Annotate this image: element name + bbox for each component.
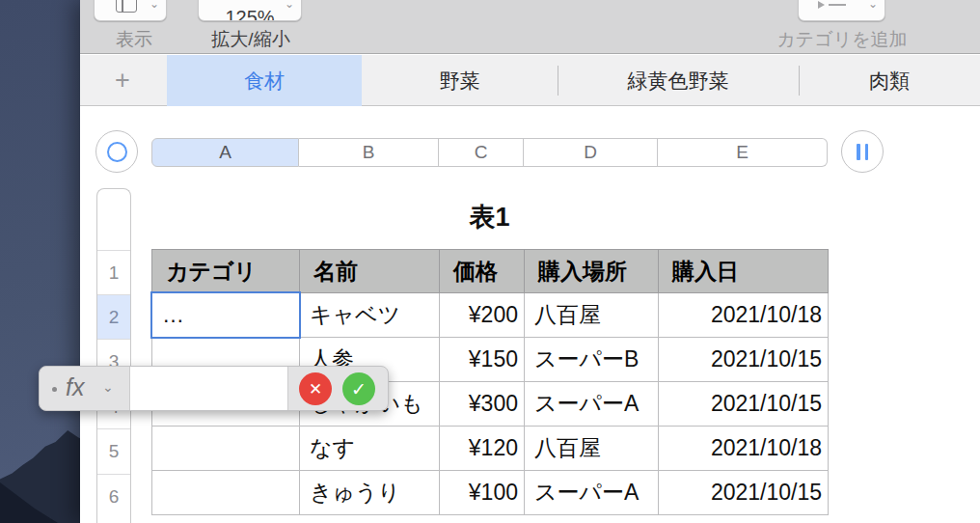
tab-nikurui[interactable]: 肉類 — [799, 55, 980, 106]
fx-icon: fx — [66, 373, 84, 401]
formula-editor: fx ⌄ ✕ ✓ — [39, 366, 389, 411]
chevron-down-icon[interactable]: ⌄ — [102, 379, 114, 395]
zoom-value: 125% — [225, 7, 274, 21]
table-cell[interactable]: ¥300 — [440, 382, 525, 427]
header-cell-category[interactable]: カテゴリ — [152, 250, 300, 293]
table-cell[interactable]: スーパーA — [525, 471, 659, 515]
drag-handle-dot-icon[interactable] — [52, 387, 57, 392]
table-cell[interactable]: スーパーA — [525, 382, 659, 427]
tab-yasai[interactable]: 野菜 — [362, 55, 558, 106]
view-icon — [116, 0, 137, 13]
column-header-a[interactable]: A — [151, 138, 299, 167]
table-cell[interactable]: 八百屋 — [525, 293, 659, 338]
tab-ryokuoushoku-yasai[interactable]: 緑黄色野菜 — [558, 55, 799, 106]
add-category-button[interactable]: ⌄ — [798, 0, 885, 21]
chevron-down-icon: ⌄ — [868, 0, 878, 10]
cancel-button[interactable]: ✕ — [299, 372, 332, 405]
formula-input[interactable] — [129, 367, 288, 410]
sheet-canvas: A B C D E 1 2 3 4 5 6 表1 — [80, 106, 980, 523]
header-cell-place[interactable]: 購入場所 — [525, 250, 659, 293]
category-list-icon — [818, 0, 847, 9]
close-icon: ✕ — [309, 379, 322, 399]
pause-bars-icon — [857, 144, 860, 160]
table-cell[interactable]: ¥120 — [440, 427, 525, 471]
header-cell-price[interactable]: 価格 — [440, 250, 525, 293]
table-cell[interactable]: 2021/10/15 — [659, 382, 829, 427]
chevron-down-icon: ⌄ — [150, 0, 159, 10]
add-sheet-button[interactable]: + — [107, 55, 138, 106]
table-cell[interactable]: ¥150 — [440, 338, 525, 382]
header-cell-date[interactable]: 購入日 — [659, 250, 829, 293]
check-icon: ✓ — [351, 378, 367, 400]
zoom-button[interactable]: 125% ⌄ — [198, 0, 302, 21]
table-cell[interactable] — [152, 471, 300, 515]
cell-a2-editing[interactable]: … — [152, 293, 300, 338]
sheet-tab-bar: + 食材 野菜 緑黄色野菜 肉類 — [80, 55, 980, 106]
table-cell[interactable] — [152, 427, 300, 471]
table-select-handle[interactable] — [95, 130, 138, 173]
accept-button[interactable]: ✓ — [342, 372, 375, 405]
table-cell[interactable]: スーパーB — [525, 338, 659, 382]
table-header-row: カテゴリ 名前 価格 購入場所 購入日 — [152, 250, 829, 293]
tab-shokuzai[interactable]: 食材 — [167, 55, 362, 106]
chevron-down-icon: ⌄ — [285, 0, 294, 10]
row-number-2[interactable]: 2 — [97, 294, 130, 339]
zoom-button-label: 拡大/縮小 — [194, 27, 308, 52]
row-number-5[interactable]: 5 — [97, 428, 130, 474]
column-header-c[interactable]: C — [439, 138, 524, 167]
column-header-b[interactable]: B — [299, 138, 439, 167]
table-cell[interactable]: 2021/10/15 — [659, 338, 829, 382]
table-cell[interactable]: 2021/10/18 — [659, 293, 829, 338]
table-cell[interactable]: なす — [300, 427, 440, 471]
table-cell[interactable]: ¥200 — [440, 293, 525, 338]
add-category-label: カテゴリを追加 — [755, 27, 929, 52]
circle-icon — [107, 142, 127, 162]
table-row: きゅうり ¥100 スーパーA 2021/10/15 — [152, 471, 829, 515]
table-cell[interactable]: 2021/10/15 — [659, 471, 829, 515]
row-number-1[interactable]: 1 — [97, 250, 130, 294]
toolbar: ⌄ 125% ⌄ 表示 拡大/縮小 ⌄ カテゴリを追加 — [80, 0, 980, 54]
view-button[interactable]: ⌄ — [94, 0, 167, 21]
add-column-handle[interactable] — [841, 130, 884, 173]
table-cell[interactable]: 2021/10/18 — [659, 427, 829, 471]
view-button-label: 表示 — [90, 27, 178, 52]
column-header-e[interactable]: E — [658, 138, 828, 167]
table-title: 表1 — [151, 200, 828, 234]
numbers-window: ⌄ 125% ⌄ 表示 拡大/縮小 ⌄ カテゴリを追加 + 食材 野菜 緑黄色野… — [80, 0, 980, 523]
table-cell[interactable]: ¥100 — [440, 471, 525, 515]
table-cell[interactable]: きゅうり — [300, 471, 440, 515]
header-cell-name[interactable]: 名前 — [300, 250, 440, 293]
screen: ⌄ 125% ⌄ 表示 拡大/縮小 ⌄ カテゴリを追加 + 食材 野菜 緑黄色野… — [0, 0, 980, 523]
table-cell[interactable]: 八百屋 — [525, 427, 659, 471]
table-cell[interactable]: キャベツ — [300, 293, 440, 338]
row-number-6[interactable]: 6 — [97, 474, 130, 519]
column-header-d[interactable]: D — [524, 138, 658, 167]
table-row: … キャベツ ¥200 八百屋 2021/10/18 — [152, 293, 829, 338]
row-number-strip: 1 2 3 4 5 6 — [96, 188, 131, 523]
table-row: なす ¥120 八百屋 2021/10/18 — [152, 427, 829, 471]
